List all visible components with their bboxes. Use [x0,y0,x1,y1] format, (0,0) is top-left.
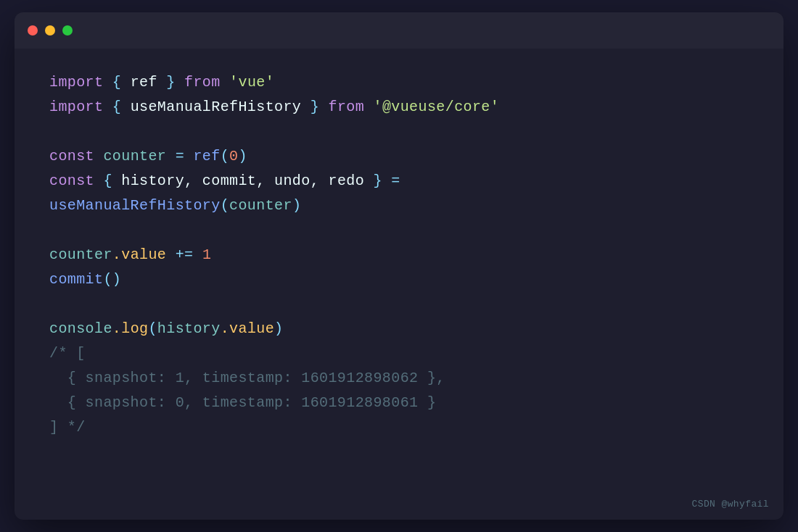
close-button[interactable] [28,25,38,36]
code-line-const1: const counter = ref(0) [49,144,749,169]
maximize-button[interactable] [62,25,73,36]
minimize-button[interactable] [45,25,55,36]
code-editor: import { ref } from 'vue' import { useMa… [15,49,783,462]
code-window: import { ref } from 'vue' import { useMa… [15,12,783,520]
code-line-comment-open: /* [ [49,341,749,366]
titlebar [15,12,783,49]
code-line-comment2: { snapshot: 0, timestamp: 1601912898061 … [49,391,749,415]
code-line-comment1: { snapshot: 1, timestamp: 1601912898062 … [49,366,749,391]
blank-line-1 [49,120,749,144]
code-line-comment-close: ] */ [49,415,749,440]
blank-line-3 [49,292,749,317]
code-line-const3: useManualRefHistory(counter) [49,194,749,218]
code-line-import2: import { useManualRefHistory } from '@vu… [49,95,749,120]
watermark-label: CSDN @whyfail [692,499,770,510]
blank-line-2 [49,218,749,243]
code-line-assign: counter.value += 1 [49,243,749,267]
code-line-import1: import { ref } from 'vue' [49,70,749,95]
code-line-console: console.log(history.value) [49,317,749,341]
code-line-commit: commit() [49,267,749,292]
code-line-const2: const { history, commit, undo, redo } = [49,169,749,194]
